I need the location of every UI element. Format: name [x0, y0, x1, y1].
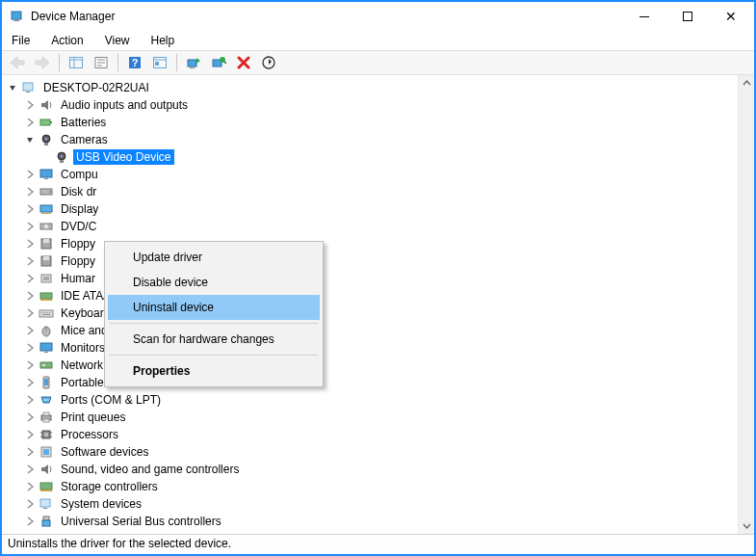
- svg-point-26: [45, 138, 48, 141]
- chevron-right-icon[interactable]: [23, 220, 37, 233]
- svg-rect-36: [41, 213, 51, 214]
- menubar: File Action View Help: [2, 31, 754, 50]
- svg-rect-21: [23, 83, 33, 91]
- svg-rect-47: [39, 310, 53, 317]
- tree-item-label: Audio inputs and outputs: [58, 97, 191, 113]
- chevron-right-icon[interactable]: [23, 98, 37, 112]
- svg-rect-76: [40, 483, 52, 490]
- toolbar-help-button[interactable]: ?: [123, 52, 146, 73]
- svg-rect-61: [44, 379, 48, 385]
- minimize-button[interactable]: [622, 3, 665, 30]
- chevron-right-icon[interactable]: [23, 324, 37, 337]
- menu-view[interactable]: View: [101, 33, 134, 48]
- chevron-right-icon[interactable]: [23, 202, 37, 216]
- chevron-right-icon[interactable]: [23, 410, 37, 424]
- chevron-right-icon[interactable]: [23, 185, 37, 199]
- tree-item-usb-controllers[interactable]: Universal Serial Bus controllers: [6, 513, 738, 530]
- svg-rect-48: [41, 312, 42, 313]
- chevron-right-icon[interactable]: [23, 341, 37, 355]
- svg-rect-51: [47, 312, 48, 313]
- tree-item-processors[interactable]: Processors: [6, 426, 738, 443]
- tree-item-system-devices[interactable]: System devices: [6, 495, 738, 513]
- svg-rect-49: [43, 312, 44, 313]
- context-menu-scan-hardware[interactable]: Scan for hardware changes: [108, 327, 320, 352]
- tree-item-label: Batteries: [58, 115, 109, 130]
- svg-rect-81: [42, 520, 50, 526]
- tree-item-label: Print queues: [58, 410, 128, 425]
- context-menu-properties[interactable]: Properties: [108, 358, 320, 384]
- chevron-right-icon[interactable]: [23, 497, 37, 511]
- tree-item-label: Universal Serial Bus controllers: [58, 514, 224, 529]
- chevron-right-icon[interactable]: [23, 480, 37, 493]
- svg-rect-40: [43, 239, 49, 243]
- toolbar-back-button[interactable]: [6, 52, 29, 73]
- close-button[interactable]: ✕: [709, 3, 752, 30]
- tree-item-ports[interactable]: Ports (COM & LPT): [6, 391, 738, 409]
- toolbar-separator: [176, 54, 177, 71]
- toolbar-action-button[interactable]: [148, 52, 171, 73]
- svg-rect-67: [43, 419, 49, 422]
- chevron-right-icon[interactable]: [23, 428, 37, 441]
- svg-rect-31: [40, 170, 52, 177]
- tree-item-dvd[interactable]: DVD/C: [6, 218, 738, 235]
- disc-icon: [39, 219, 54, 234]
- tree-item-usb-video-device[interactable]: USB Video Device: [6, 148, 738, 166]
- tree-item-label: Ports (COM & LPT): [58, 392, 164, 408]
- menu-file[interactable]: File: [8, 33, 34, 48]
- context-menu-disable-device[interactable]: Disable device: [108, 270, 320, 295]
- toolbar-disable-button[interactable]: [257, 52, 280, 73]
- scroll-down-arrow-icon[interactable]: [739, 517, 755, 534]
- tree-item-sound-video[interactable]: Sound, video and game controllers: [6, 461, 738, 478]
- tree-item-label: Monitors: [58, 340, 108, 356]
- chevron-right-icon[interactable]: [23, 376, 37, 389]
- context-menu-update-driver[interactable]: Update driver: [108, 245, 320, 270]
- chevron-right-icon[interactable]: [23, 237, 37, 251]
- tree-item-software-devices[interactable]: Software devices: [6, 443, 738, 461]
- menu-help[interactable]: Help: [147, 33, 179, 48]
- svg-point-62: [43, 399, 44, 400]
- printer-icon: [39, 410, 54, 425]
- tree-root[interactable]: DESKTOP-02R2UAI: [6, 79, 738, 96]
- chevron-right-icon[interactable]: [23, 289, 37, 303]
- tree-item-audio[interactable]: Audio inputs and outputs: [6, 96, 738, 114]
- chevron-down-icon[interactable]: [23, 133, 37, 146]
- toolbar-uninstall-button[interactable]: [232, 52, 255, 73]
- chevron-right-icon[interactable]: [23, 254, 37, 268]
- chevron-right-icon[interactable]: [23, 358, 37, 372]
- tree-item-computer[interactable]: Compu: [6, 166, 738, 183]
- maximize-button[interactable]: [665, 3, 709, 30]
- window-title: Device Manager: [31, 10, 115, 23]
- tree-item-batteries[interactable]: Batteries: [6, 114, 738, 131]
- chevron-right-icon[interactable]: [23, 515, 37, 528]
- tree-item-disk-drives[interactable]: Disk dr: [6, 183, 738, 200]
- tree-item-display-adapters[interactable]: Display: [6, 200, 738, 218]
- menu-action[interactable]: Action: [47, 33, 87, 48]
- tree-item-print-queues[interactable]: Print queues: [6, 409, 738, 426]
- toolbar-forward-button[interactable]: [31, 52, 54, 73]
- scroll-up-arrow-icon[interactable]: [739, 75, 755, 92]
- toolbar-update-driver-button[interactable]: [182, 52, 205, 73]
- chevron-right-icon[interactable]: [23, 306, 37, 320]
- svg-point-29: [61, 155, 64, 158]
- chevron-down-icon[interactable]: [6, 81, 19, 94]
- toolbar-show-hide-tree-button[interactable]: [65, 52, 88, 73]
- floppy-icon: [39, 253, 54, 269]
- svg-line-19: [224, 62, 226, 64]
- chevron-right-icon[interactable]: [23, 272, 37, 285]
- svg-rect-69: [44, 433, 48, 437]
- toolbar-separator: [117, 54, 118, 71]
- titlebar: Device Manager ✕: [2, 2, 754, 31]
- toolbar-properties-button[interactable]: [90, 52, 113, 73]
- chevron-right-icon[interactable]: [23, 463, 37, 476]
- tree-item-storage-controllers[interactable]: Storage controllers: [6, 478, 738, 495]
- chevron-right-icon[interactable]: [23, 116, 37, 129]
- toolbar-scan-hardware-button[interactable]: [207, 52, 230, 73]
- context-menu-uninstall-device[interactable]: Uninstall device: [108, 295, 320, 320]
- svg-rect-58: [40, 362, 52, 368]
- chevron-right-icon[interactable]: [23, 393, 37, 407]
- svg-rect-35: [40, 205, 52, 212]
- vertical-scrollbar[interactable]: [738, 75, 754, 534]
- chevron-right-icon[interactable]: [23, 445, 37, 459]
- tree-item-cameras[interactable]: Cameras: [6, 131, 738, 148]
- chevron-right-icon[interactable]: [23, 168, 37, 181]
